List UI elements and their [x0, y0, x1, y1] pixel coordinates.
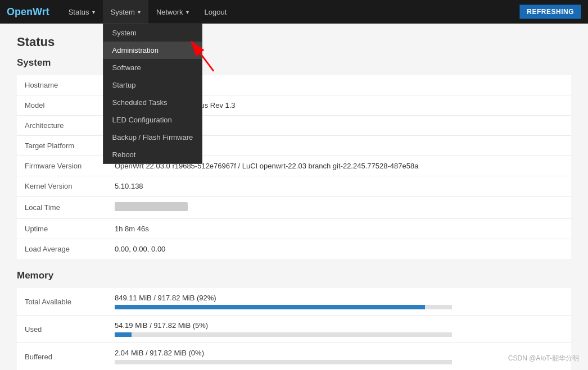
- blurred-value: [115, 202, 188, 211]
- row-label: Kernel Version: [17, 176, 107, 197]
- row-label: Total Available: [17, 288, 107, 316]
- page-title: Status: [17, 35, 571, 49]
- table-row: Local Time: [17, 197, 571, 219]
- memory-text: 849.11 MiB / 917.82 MiB (92%): [115, 294, 563, 302]
- nav-label-network: Network: [156, 8, 183, 16]
- dropdown-item-administration[interactable]: Administration: [103, 42, 202, 59]
- row-label: Model: [17, 95, 107, 116]
- row-label: Firmware Version: [17, 156, 107, 176]
- table-row: Uptime1h 8m 46s: [17, 219, 571, 239]
- memory-section-title: Memory: [17, 270, 571, 281]
- table-row: Target Platformbcm27xx/bcm2710: [17, 136, 571, 156]
- table-row: Firmware VersionOpenWrt 22.03.0 r19685-5…: [17, 156, 571, 176]
- memory-text: 54.19 MiB / 917.82 MiB (5%): [115, 321, 563, 330]
- progress-bar-wrap: [115, 360, 452, 364]
- table-row: Total Available849.11 MiB / 917.82 MiB (…: [17, 288, 571, 316]
- nav-items: Status ▾ System ▾ System Administration …: [61, 0, 520, 24]
- row-label: Load Average: [17, 239, 107, 259]
- dropdown-item-led-config[interactable]: LED Configuration: [103, 111, 202, 129]
- table-row: Kernel Version5.10.138: [17, 176, 571, 197]
- table-row: ModelRaspberry Pi 3 Model B Plus Rev 1.3: [17, 95, 571, 116]
- nav-item-network[interactable]: Network ▾: [148, 0, 197, 24]
- row-label: Target Platform: [17, 136, 107, 156]
- nav-label-system: System: [111, 8, 135, 16]
- dropdown-item-startup[interactable]: Startup: [103, 76, 202, 94]
- memory-section: Memory Total Available849.11 MiB / 917.8…: [17, 270, 571, 370]
- brand: OpenWrt: [7, 6, 49, 18]
- row-label: Buffered: [17, 343, 107, 371]
- dropdown-item-scheduled-tasks[interactable]: Scheduled Tasks: [103, 94, 202, 111]
- nav-item-logout[interactable]: Logout: [197, 0, 235, 24]
- caret-network: ▾: [186, 9, 189, 15]
- dropdown-item-system[interactable]: System: [103, 24, 202, 42]
- memory-text: 2.04 MiB / 917.82 MiB (0%): [115, 349, 563, 357]
- table-row: Used54.19 MiB / 917.82 MiB (5%): [17, 316, 571, 343]
- nav-item-system[interactable]: System ▾ System Administration Software …: [103, 0, 148, 24]
- row-label: Uptime: [17, 219, 107, 239]
- refreshing-button[interactable]: REFRESHING: [519, 4, 581, 19]
- row-label: Hostname: [17, 75, 107, 95]
- progress-bar: [115, 332, 132, 337]
- main-content: Status System HostnameOpenWrtModelRaspbe…: [0, 24, 588, 370]
- navbar: OpenWrt Status ▾ System ▾ System Adminis…: [0, 0, 588, 24]
- nav-label-status: Status: [69, 8, 89, 16]
- table-row: ArchitectureARMv8 Processor rev 4: [17, 116, 571, 136]
- table-row: Load Average0.00, 0.00, 0.00: [17, 239, 571, 259]
- memory-info-table: Total Available849.11 MiB / 917.82 MiB (…: [17, 288, 571, 370]
- row-value: [107, 197, 571, 219]
- caret-status: ▾: [92, 9, 95, 15]
- system-dropdown: System Administration Software Startup S…: [103, 24, 203, 164]
- table-row: Buffered2.04 MiB / 917.82 MiB (0%): [17, 343, 571, 371]
- row-label: Local Time: [17, 197, 107, 219]
- row-value: 1h 8m 46s: [107, 219, 571, 239]
- dropdown-item-reboot[interactable]: Reboot: [103, 146, 202, 163]
- row-label: Used: [17, 316, 107, 343]
- nav-item-status[interactable]: Status ▾: [61, 0, 103, 24]
- progress-bar-wrap: [115, 305, 452, 309]
- row-value: 2.04 MiB / 917.82 MiB (0%): [107, 343, 571, 371]
- progress-bar: [115, 305, 425, 309]
- system-section-title: System: [17, 57, 571, 68]
- row-value: 0.00, 0.00, 0.00: [107, 239, 571, 259]
- dropdown-item-backup-flash[interactable]: Backup / Flash Firmware: [103, 129, 202, 146]
- table-row: HostnameOpenWrt: [17, 75, 571, 95]
- nav-label-logout: Logout: [205, 8, 227, 16]
- progress-bar-wrap: [115, 332, 452, 337]
- caret-system: ▾: [138, 9, 141, 15]
- row-value: 5.10.138: [107, 176, 571, 197]
- row-label: Architecture: [17, 116, 107, 136]
- row-value: 849.11 MiB / 917.82 MiB (92%): [107, 288, 571, 316]
- row-value: 54.19 MiB / 917.82 MiB (5%): [107, 316, 571, 343]
- dropdown-item-software[interactable]: Software: [103, 59, 202, 76]
- brand-text: OpenWrt: [7, 6, 49, 17]
- system-info-table: HostnameOpenWrtModelRaspberry Pi 3 Model…: [17, 75, 571, 259]
